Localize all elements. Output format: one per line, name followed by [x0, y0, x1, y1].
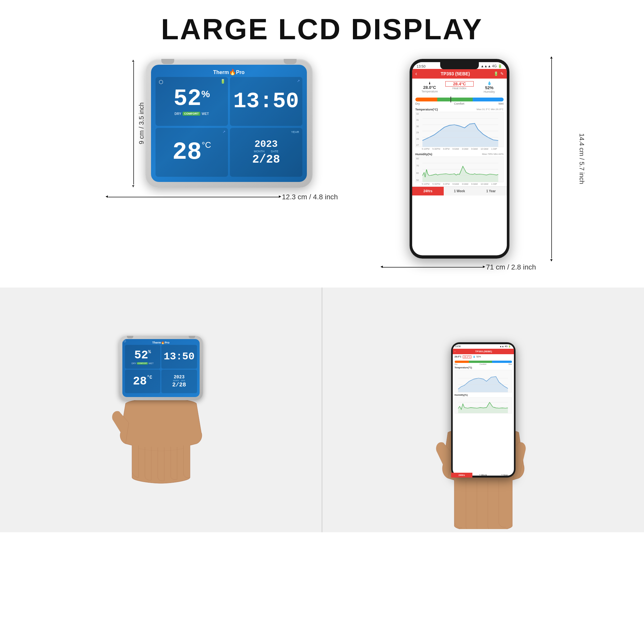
mini-device: Therm🔥Pro ⬡ 52 % DRY COMFORT — [119, 336, 203, 400]
device-height-label: 9 cm / 3.5 inch — [138, 102, 145, 144]
mini-temp-unit: °C — [147, 375, 152, 380]
v-dim-line — [133, 62, 134, 185]
hand-device-group: Therm🔥Pro ⬡ 52 % DRY COMFORT — [106, 336, 216, 484]
phone-screen: 13:50 ▲▲▲ 4G 🔋 ‹ TP393 (5EBE) 🔋 ✎ 🌡 — [412, 62, 507, 255]
heat-metric-label: Heat Index — [445, 87, 474, 90]
heat-metric: 28.4°C Heat Index — [445, 81, 474, 93]
mini-tab-1year[interactable]: 1 Year — [494, 473, 514, 476]
year-value: 2023 — [254, 139, 278, 150]
humidity-chart-svg — [416, 157, 503, 182]
temp-value: 28 — [172, 140, 202, 165]
phone-metrics: 🌡 28.0°C Temperature 28.4°C Heat Index 💧… — [412, 79, 507, 96]
temp-cell: ↗ 28 °C — [156, 128, 228, 177]
device-width-label: 12.3 cm / 4.8 inch — [282, 193, 338, 201]
temp-unit: °C — [202, 140, 211, 150]
mini-tab-24hrs[interactable]: 24Hrs — [453, 473, 473, 476]
device-logo: Therm🔥Pro — [156, 69, 302, 76]
phone-time: 13:50 — [417, 64, 426, 68]
temp-icon: 🌡 — [415, 81, 444, 85]
mini-dry: DRY — [132, 362, 137, 365]
year-label: YEAR — [291, 130, 299, 134]
phone-container: ▲ ▼ 14.4 cm / 5.7 inch 13:50 ▲▲▲ 4G 🔋 ‹ … — [383, 59, 536, 271]
mini-phone-screen: 13:50 ▲▲ 4G 🔋 ‹ TP393 (5EBE) 28.0°C 28.4… — [453, 344, 514, 476]
device-row: 9 cm / 3.5 inch Therm🔥Pro — [133, 59, 313, 188]
tab-24hrs[interactable]: 24Hrs — [412, 187, 444, 195]
h-dim-line: ◄ ► — [108, 197, 279, 197]
phone-nav-icons: 🔋 ✎ — [494, 71, 504, 76]
back-arrow-icon[interactable]: ‹ — [415, 71, 417, 77]
mini-phone-metrics: 28.0°C 28.4°C 💧 52% — [453, 354, 514, 360]
mini-phone-status: 13:50 ▲▲ 4G 🔋 — [453, 344, 514, 349]
humidity-chart-area: 80 70 60 50 — [415, 156, 504, 182]
screen-content: ⬡ 🔋 52 % DRY COMFORT WET — [156, 77, 302, 177]
mini-temp: 28 °C — [125, 370, 161, 393]
mini-tab-1week[interactable]: 1 Week — [472, 473, 494, 476]
phone-v-dim: ▲ ▼ 14.4 cm / 5.7 inch — [551, 59, 552, 259]
tab-1year[interactable]: 1 Year — [475, 187, 507, 195]
temp-chart-svg — [416, 112, 503, 147]
phone-nav-bar: ‹ TP393 (5EBE) 🔋 ✎ — [412, 69, 507, 79]
phone-height-label: 14.4 cm / 5.7 inch — [578, 133, 586, 184]
humidity-icon: 💧 — [475, 81, 504, 85]
mini-hum-unit: % — [148, 349, 151, 355]
mini-humidity: ⬡ 52 % DRY COMFORT WET — [125, 345, 161, 369]
mini-comfort-bar — [455, 361, 512, 363]
month-label: MONTH — [254, 150, 264, 153]
curve-indicator: ↗ — [297, 79, 300, 83]
mini-phone-signal: ▲▲ 4G 🔋 — [499, 345, 511, 348]
temp-chart-x-labels: 5:10PM 5:30PM 6:0PM 9:0AM 3:0AM 9:0AM 10… — [415, 148, 504, 150]
mini-wet: WET — [148, 362, 154, 365]
mini-wet-lbl: Wet — [508, 363, 512, 365]
phone-signal: ▲▲▲ 4G 🔋 — [480, 64, 502, 68]
mini-comfort-badge: COMFORT — [137, 362, 148, 365]
comfort-labels: Dry Comfort Wet — [415, 102, 504, 105]
temp-metric-label: Temperature — [415, 90, 444, 93]
temp-chart-area: 32 31 30 29 28 27 — [415, 112, 504, 147]
comfort-bar: DRY COMFORT WET — [175, 112, 209, 116]
device-container: 9 cm / 3.5 inch Therm🔥Pro — [108, 59, 338, 201]
mini-heat-m: 28.4°C — [463, 355, 471, 358]
device-screen: Therm🔥Pro ⬡ 🔋 52 % — [151, 65, 307, 182]
humidity-value: 52 — [174, 87, 201, 110]
phone-h-dim: ◄ ► 71 cm / 2.8 inch — [383, 263, 536, 271]
dry-label: Dry — [415, 102, 420, 105]
comfort-needle — [450, 97, 451, 102]
mini-comfort-row: DRY COMFORT WET — [132, 362, 154, 365]
mini-date: 2023 MONTH DATE 2/28 — [161, 370, 197, 393]
mini-bt-icon: ⬡ — [124, 340, 126, 343]
temp-metric: 🌡 28.0°C Temperature — [415, 81, 444, 93]
bottom-left-panel: Therm🔥Pro ⬡ 52 % DRY COMFORT — [0, 288, 322, 532]
humidity-unit: % — [201, 89, 210, 99]
date-cell: YEAR 2023 MONTH DATE 2/28 — [230, 128, 302, 177]
bottom-section: Therm🔥Pro ⬡ 52 % DRY COMFORT — [0, 288, 644, 532]
mini-grid: ⬡ 52 % DRY COMFORT WET — [125, 345, 197, 393]
mini-humidity-chart — [455, 397, 512, 413]
svg-marker-5 — [422, 166, 498, 182]
tab-1week[interactable]: 1 Week — [444, 187, 475, 195]
mini-comfort-lbl: Comfort — [479, 363, 486, 365]
humidity-metric-label: Humidity — [475, 90, 504, 93]
mini-date-val: 2/28 — [172, 382, 186, 388]
phone-width-label: 71 cm / 2.8 inch — [486, 263, 536, 271]
v-dim-left: 9 cm / 3.5 inch — [133, 59, 145, 188]
humidity-chart-x-labels: 5:10PM 5:30PM 6:0PM 9:0AM 3:0AM 9:0AM 10… — [415, 183, 504, 185]
phone-h-line: ◄ ► — [383, 267, 483, 268]
humidity-chart-meta: Max:78% Min:44% — [482, 153, 504, 156]
mini-hum-chart-label: Humidity(%) — [453, 393, 514, 397]
phone-comfort-indicator: Dry Comfort Wet — [412, 96, 507, 107]
wet-label: WET — [202, 112, 209, 116]
time-value: 13:50 — [233, 90, 299, 112]
mini-temp-chart — [455, 370, 512, 393]
dry-label: DRY — [175, 112, 181, 116]
page-header: LARGE LCD DISPLAY — [0, 0, 644, 52]
mini-time-val: 13:50 — [164, 351, 194, 363]
mini-phone-title: TP393 (5EBE) — [455, 350, 512, 353]
mini-comfort-labels: Dry Comfort Wet — [455, 363, 512, 365]
mini-phone-time: 13:50 — [455, 345, 461, 348]
mini-logo: Therm🔥Pro — [125, 341, 197, 344]
battery-icon: 🔋 — [220, 79, 225, 84]
humidity-cell: ⬡ 🔋 52 % DRY COMFORT WET — [156, 77, 228, 126]
mini-temp-svg — [455, 370, 512, 392]
temp-chart-max: Max:31.5°C Min:26.9°C — [477, 108, 504, 111]
comfort-gradient — [415, 98, 504, 101]
